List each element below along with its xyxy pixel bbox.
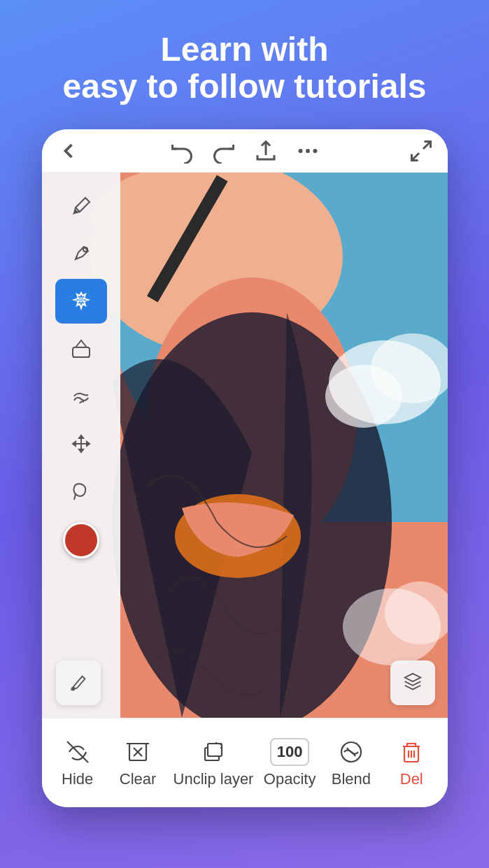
eraser-tool-button[interactable] [55,326,107,371]
blend-label: Blend [332,770,371,788]
share-button[interactable] [253,138,278,164]
unclip-layer-label: Unclip layer [173,770,254,788]
pencil-tool-button[interactable] [55,184,107,229]
clear-tool-button[interactable]: Clear [110,732,166,794]
undo-button[interactable] [169,138,194,164]
delete-tool-button[interactable]: Del [383,732,439,794]
svg-rect-23 [73,347,90,357]
ink-pen-tool-button[interactable] [55,231,107,276]
smudge-tool-button[interactable] [55,374,107,419]
svg-point-22 [79,298,83,302]
hide-label: Hide [62,770,93,788]
expand-button[interactable] [409,138,434,164]
svg-point-16 [325,365,402,428]
bottom-toolbar: Hide Clear Unclip layer 100 Opacity [42,718,448,807]
opacity-badge: 100 [270,738,309,766]
more-button[interactable] [295,138,320,164]
color-swatch[interactable] [63,522,99,558]
brush-shortcut-button[interactable] [56,660,101,705]
blend-tool-button[interactable]: Blend [323,732,379,794]
svg-line-4 [411,153,419,161]
lasso-tool-button[interactable] [55,469,107,514]
header-section: Learn with easy to follow tutorials [0,0,489,120]
opacity-tool-button[interactable]: 100 Opacity [261,732,319,794]
svg-point-2 [313,149,317,153]
layers-button[interactable] [390,660,435,705]
svg-point-25 [71,687,75,691]
phone-mockup: Hide Clear Unclip layer 100 Opacity [42,129,448,807]
move-tool-button[interactable] [55,421,107,466]
unclip-layer-tool-button[interactable]: Unclip layer [171,732,257,794]
delete-label: Del [400,770,423,788]
svg-point-21 [83,247,87,252]
phone-topbar [42,129,448,173]
left-toolbar [42,173,120,718]
hide-tool-button[interactable]: Hide [50,732,106,794]
header-title: Learn with easy to follow tutorials [0,31,489,106]
header-line2: easy to follow tutorials [62,68,426,105]
header-line1: Learn with [160,31,328,68]
back-button[interactable] [56,138,81,164]
redo-button[interactable] [211,138,236,164]
svg-line-3 [423,141,431,149]
opacity-label: Opacity [264,770,316,788]
svg-rect-28 [208,744,222,756]
canvas-area [42,173,448,718]
watercolor-tool-button[interactable] [55,279,107,324]
svg-point-0 [298,149,302,153]
svg-point-1 [306,149,310,153]
clear-label: Clear [120,770,157,788]
opacity-value: 100 [277,743,303,761]
